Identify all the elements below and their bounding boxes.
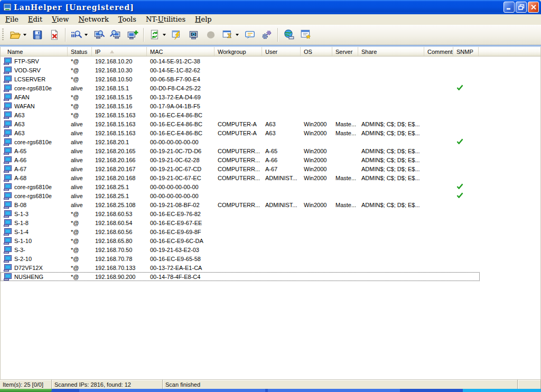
cell-snmp xyxy=(453,128,479,137)
cell-share xyxy=(358,254,424,263)
restore-button[interactable] xyxy=(516,2,527,13)
computer-icon xyxy=(4,255,12,263)
toolbar-button-scan-workgroup[interactable] xyxy=(108,27,124,43)
table-row[interactable]: core-rgs6810ealive192.168.25.100-00-00-0… xyxy=(1,182,480,191)
start-button[interactable] xyxy=(0,389,52,392)
table-row[interactable]: S-3-*@192.168.70.5000-19-21-63-E2-03 xyxy=(1,245,480,254)
cell-workgroup: COMPUTER-A xyxy=(214,119,262,128)
toolbar-button-open[interactable] xyxy=(7,27,29,43)
toolbar-button-settings[interactable] xyxy=(259,27,275,43)
table-row[interactable]: A63alive192.168.15.16300-16-EC-E4-86-BCC… xyxy=(1,119,480,128)
cell-name: A-65 xyxy=(1,146,68,155)
table-row[interactable]: core-rgs6810ealive192.168.15.100-D0-F8-C… xyxy=(1,83,480,92)
column-header-os[interactable]: OS xyxy=(301,47,332,56)
toolbar-button-delete[interactable] xyxy=(46,27,62,43)
cell-comment xyxy=(424,146,453,155)
cell-status: *@ xyxy=(68,254,92,263)
table-row[interactable]: S-1-8*@192.168.60.5400-16-EC-E9-67-EE xyxy=(1,218,480,227)
table-row[interactable]: LCSERVER*@192.168.10.5000-06-5B-F7-90-E4 xyxy=(1,74,480,83)
dropdown-arrow-icon[interactable] xyxy=(236,34,239,36)
dropdown-arrow-icon[interactable] xyxy=(163,34,166,36)
menu-item-nt-utilities[interactable]: NT-Utilities xyxy=(141,15,190,24)
table-row[interactable]: VOD-SRV*@192.168.10.3000-14-5E-1C-82-62 xyxy=(1,66,480,74)
toolbar-button-save[interactable] xyxy=(30,27,45,43)
table-row[interactable]: B-08alive192.168.25.10800-19-21-08-BF-02… xyxy=(1,200,480,209)
cell-workgroup xyxy=(214,57,262,66)
column-header-share[interactable]: Share xyxy=(358,47,424,56)
cell-user xyxy=(262,245,301,254)
column-header-label: Share xyxy=(361,49,377,55)
toolbar-button-website[interactable] xyxy=(281,27,297,43)
table-row[interactable]: A-66alive192.168.20.16600-19-21-0C-62-28… xyxy=(1,155,480,164)
cell-mac: 00-16-EC-E9-6C-DA xyxy=(147,236,214,245)
table-row[interactable]: core-rgs6810ealive192.168.20.100-00-00-0… xyxy=(1,137,480,146)
column-header-server[interactable]: Server xyxy=(332,47,358,56)
cell-user xyxy=(262,182,301,191)
table-row[interactable]: S-2-10*@192.168.70.7800-16-EC-E9-65-58 xyxy=(1,254,480,263)
task-button[interactable] xyxy=(268,389,400,392)
cell-server xyxy=(332,92,358,101)
cell-status: *@ xyxy=(68,57,92,66)
table-row[interactable]: NUSHENG*@192.168.90.20000-14-78-4F-E8-C4 xyxy=(1,272,480,281)
machine-name: S-1-4 xyxy=(14,229,29,235)
menu-item-view[interactable]: View xyxy=(47,15,73,24)
menu-item-file[interactable]: File xyxy=(1,15,23,24)
status-panel-items: Item(s): 25 [0/0] xyxy=(0,380,52,389)
column-header-comment[interactable]: Comment xyxy=(424,47,453,56)
table-row[interactable]: FTP-SRV*@192.168.10.2000-14-5E-91-2C-38 xyxy=(1,57,480,66)
cell-server: Maste... xyxy=(332,173,358,182)
toolbar-button-scan-lan[interactable] xyxy=(69,27,90,43)
wake-on-lan-icon xyxy=(171,29,183,41)
table-row[interactable]: A63alive192.168.15.16300-16-EC-E4-86-BCC… xyxy=(1,128,480,137)
column-header-ip[interactable]: IP xyxy=(92,47,147,56)
table-row[interactable]: S-1-4*@192.168.60.5600-16-EC-E9-69-8F xyxy=(1,227,480,236)
toolbar-button-schedule[interactable] xyxy=(220,27,241,43)
table-row[interactable]: A-67alive192.168.20.16700-19-21-0C-67-CD… xyxy=(1,164,480,173)
toolbar-button-refresh[interactable] xyxy=(147,27,168,43)
menu-item-help[interactable]: Help xyxy=(190,15,217,24)
table-row[interactable]: S-1-3*@192.168.60.5300-16-EC-E9-76-82 xyxy=(1,209,480,218)
table-row[interactable]: AFAN*@192.168.15.1500-13-72-EA-D4-69 xyxy=(1,92,480,101)
table-row[interactable]: S-1-10*@192.168.65.8000-16-EC-E9-6C-DA xyxy=(1,236,480,245)
dropdown-arrow-icon[interactable] xyxy=(85,34,88,36)
toolbar-button-remote-shutdown[interactable] xyxy=(186,27,202,43)
add-computer-icon xyxy=(127,29,138,41)
toolbar-button-register[interactable] xyxy=(298,27,314,43)
cell-snmp xyxy=(453,110,479,119)
delete-file-icon xyxy=(49,29,60,41)
cell-mac: 00-16-EC-E4-86-BC xyxy=(147,128,214,137)
minimize-button[interactable] xyxy=(503,2,515,13)
cell-comment xyxy=(424,227,453,236)
toolbar-button-add-computer[interactable] xyxy=(125,27,141,43)
column-header-name[interactable]: Name xyxy=(1,47,68,56)
cell-status: alive xyxy=(68,182,92,191)
table-row[interactable]: WAFAN*@192.168.15.1600-17-9A-04-1B-F5 xyxy=(1,101,480,110)
task-button[interactable] xyxy=(79,389,265,392)
table-row[interactable]: core-rgs6810ealive192.168.25.100-00-00-0… xyxy=(1,191,480,200)
cell-ip: 192.168.15.163 xyxy=(92,110,147,119)
table-row[interactable]: A-65alive192.168.20.16500-19-21-0C-7D-D6… xyxy=(1,146,480,155)
toolbar-button-send-message[interactable] xyxy=(242,27,258,43)
toolbar-button-wake-on-lan[interactable] xyxy=(169,27,185,43)
menu-item-edit[interactable]: Edit xyxy=(23,15,47,24)
column-header-workgroup[interactable]: Workgroup xyxy=(214,47,262,56)
dropdown-arrow-icon[interactable] xyxy=(23,34,26,36)
column-header-mac[interactable]: MAC xyxy=(147,47,214,56)
toolbar-grip[interactable] xyxy=(2,29,4,41)
cell-comment xyxy=(424,101,453,110)
column-header-snmp[interactable]: SNMP xyxy=(453,47,479,56)
toolbar-button-scan-ip[interactable] xyxy=(91,27,107,43)
schedule-icon xyxy=(222,29,234,41)
menu-item-network[interactable]: Network xyxy=(73,15,113,24)
table-row[interactable]: A63*@192.168.15.16300-16-EC-E4-86-BC xyxy=(1,110,480,119)
menu-item-tools[interactable]: Tools xyxy=(114,15,141,24)
close-button[interactable] xyxy=(528,2,539,13)
status-panel-scanned: Scanned IPs: 2816, found: 12 xyxy=(52,380,163,389)
table-row[interactable]: D72VF12X*@192.168.70.13300-13-72-EA-E1-C… xyxy=(1,263,480,272)
column-header-user[interactable]: User xyxy=(262,47,301,56)
table-row[interactable]: A-68alive192.168.20.16800-19-21-0C-67-EC… xyxy=(1,173,480,182)
column-header-status[interactable]: Status xyxy=(68,47,92,56)
cell-workgroup xyxy=(214,137,262,146)
titlebar[interactable]: LanHelper [Unregistered] xyxy=(0,0,541,14)
cell-status: alive xyxy=(68,155,92,164)
